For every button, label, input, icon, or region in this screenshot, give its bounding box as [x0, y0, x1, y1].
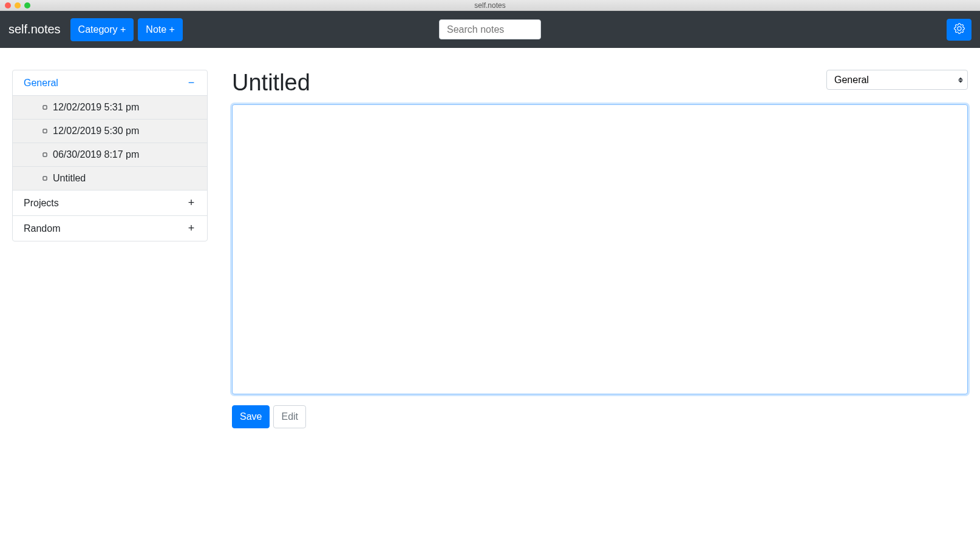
note-item-label: 12/02/2019 5:31 pm — [42, 102, 139, 112]
sidebar-category-projects[interactable]: Projects + — [13, 190, 207, 216]
search-input[interactable] — [439, 19, 541, 39]
note-list-general: 12/02/2019 5:31 pm 12/02/2019 5:30 pm 06… — [13, 96, 207, 190]
category-label: Random — [24, 223, 60, 234]
expand-icon: + — [186, 222, 196, 235]
add-note-button[interactable]: Note + — [138, 18, 183, 41]
expand-icon: + — [186, 197, 196, 209]
note-item-label: Untitled — [42, 173, 86, 183]
main: Untitled General Save Edit — [232, 70, 968, 428]
category-select[interactable]: General — [826, 70, 968, 90]
title-row: Untitled General — [232, 70, 968, 96]
navbar: self.notes Category + Note + — [0, 11, 980, 48]
note-item[interactable]: Untitled — [13, 167, 207, 190]
close-icon[interactable] — [5, 2, 11, 8]
note-body-input[interactable] — [232, 104, 968, 394]
category-label: Projects — [24, 198, 59, 209]
nav-center — [439, 19, 541, 39]
collapse-icon: − — [186, 76, 196, 89]
note-item-label: 12/02/2019 5:30 pm — [42, 126, 139, 136]
traffic-lights — [0, 2, 30, 8]
note-item[interactable]: 12/02/2019 5:31 pm — [13, 96, 207, 120]
sidebar-category-general[interactable]: General − — [13, 70, 207, 96]
note-title: Untitled — [232, 70, 310, 96]
maximize-icon[interactable] — [24, 2, 30, 8]
minimize-icon[interactable] — [15, 2, 21, 8]
gear-icon — [954, 23, 965, 36]
category-select-wrap: General — [826, 70, 968, 90]
app-brand[interactable]: self.notes — [9, 22, 61, 36]
note-item[interactable]: 12/02/2019 5:30 pm — [13, 120, 207, 143]
note-item-label: 06/30/2019 8:17 pm — [42, 149, 139, 160]
settings-button[interactable] — [947, 19, 971, 41]
save-button[interactable]: Save — [232, 405, 270, 428]
note-item[interactable]: 06/30/2019 8:17 pm — [13, 143, 207, 167]
category-label: General — [24, 78, 58, 89]
window-title: self.notes — [0, 1, 980, 10]
edit-button[interactable]: Edit — [273, 405, 306, 428]
content: General − 12/02/2019 5:31 pm 12/02/2019 … — [0, 48, 980, 440]
editor-actions: Save Edit — [232, 405, 968, 428]
sidebar-category-random[interactable]: Random + — [13, 216, 207, 241]
sidebar: General − 12/02/2019 5:31 pm 12/02/2019 … — [12, 70, 208, 241]
window-titlebar: self.notes — [0, 0, 980, 11]
add-category-button[interactable]: Category + — [70, 18, 134, 41]
